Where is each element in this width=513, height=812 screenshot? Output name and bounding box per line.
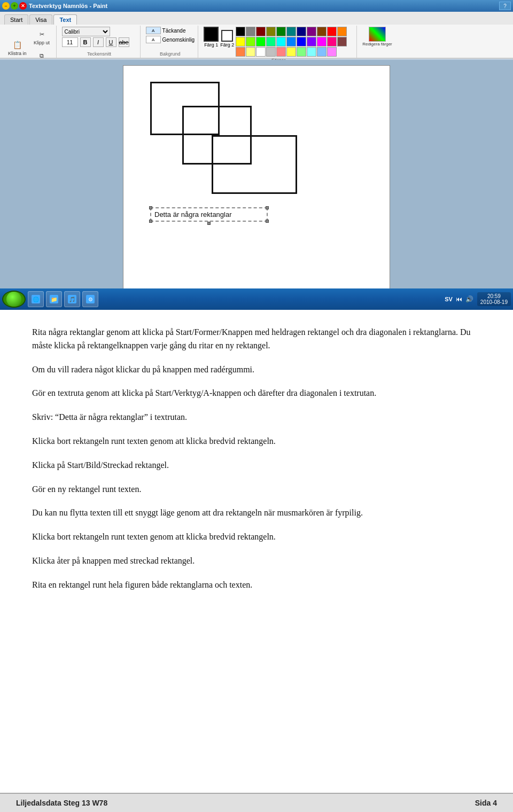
color-swatch-804000[interactable] bbox=[317, 27, 327, 36]
background-label: Bakgrund bbox=[160, 50, 181, 57]
tray-time-value: 20:59 bbox=[480, 293, 508, 299]
strikethrough-button[interactable]: abe bbox=[119, 37, 129, 47]
opaque-icon: A bbox=[146, 27, 161, 34]
title-bar: – + ✕ Textverktyg Namnlös - Paint ? bbox=[0, 0, 513, 12]
color-swatch-ff80ff[interactable] bbox=[327, 47, 337, 57]
footer-right: Sida 4 bbox=[475, 799, 497, 807]
color-swatch-ff8000[interactable] bbox=[337, 27, 347, 36]
color2-picker[interactable] bbox=[221, 30, 233, 42]
text-box-canvas[interactable]: Detta är några rektanglar bbox=[150, 207, 268, 222]
color-swatch-ff8080[interactable] bbox=[276, 47, 286, 57]
color-swatch-0000ff[interactable] bbox=[297, 37, 306, 46]
tab-start[interactable]: Start bbox=[4, 14, 28, 25]
color-swatch-8000ff[interactable] bbox=[307, 37, 316, 46]
taskbar-other-button[interactable]: ⚙ bbox=[82, 291, 98, 307]
edit-colors-button[interactable]: Redigera färger bbox=[362, 27, 392, 46]
font-row1: Calibri bbox=[62, 27, 137, 36]
font-family-select[interactable]: Calibri bbox=[62, 27, 110, 36]
content-area: Rita några rektanglar genom att klicka p… bbox=[0, 310, 513, 613]
color-swatch-ffff40[interactable] bbox=[286, 47, 296, 57]
color-swatch-0080ff[interactable] bbox=[286, 37, 296, 46]
color-swatch-808000[interactable] bbox=[266, 27, 276, 36]
paint-canvas-area[interactable]: Detta är några rektanglar bbox=[0, 60, 513, 294]
paragraph-11: Rita en rektangel runt hela figuren både… bbox=[32, 579, 481, 592]
color-swatch-ff0080[interactable] bbox=[327, 37, 337, 46]
ribbon: Start Visa Text 📋 Klistra in ✂ Klipp ut bbox=[0, 12, 513, 59]
transparent-icon: A bbox=[146, 36, 161, 43]
volume-icon[interactable]: 🔊 bbox=[465, 295, 474, 303]
taskbar-ie-button[interactable]: 🌐 bbox=[28, 291, 44, 307]
media-icon: 🎵 bbox=[68, 295, 76, 303]
title-bar-right-controls[interactable]: ? bbox=[499, 2, 511, 10]
start-button[interactable] bbox=[2, 291, 26, 308]
other-icon: ⚙ bbox=[86, 295, 95, 303]
paragraph-5: Klicka bort rektangeln runt texten genom… bbox=[32, 435, 481, 448]
color-swatch-00ffff[interactable] bbox=[276, 37, 286, 46]
color-swatch-ffff80[interactable] bbox=[246, 47, 255, 57]
color-swatch-008000[interactable] bbox=[276, 27, 286, 36]
color-swatch-ffffff[interactable] bbox=[256, 47, 266, 57]
italic-button[interactable]: I bbox=[93, 37, 104, 47]
color-swatch-000080[interactable] bbox=[297, 27, 306, 36]
paragraph-1: Rita några rektanglar genom att klicka p… bbox=[32, 326, 481, 353]
ribbon-tabs: Start Visa Text bbox=[0, 12, 513, 25]
color-swatch-804040[interactable] bbox=[337, 37, 347, 46]
color-swatch-ff8040[interactable] bbox=[236, 47, 245, 57]
close-button[interactable]: ✕ bbox=[19, 2, 27, 10]
help-icon[interactable]: ? bbox=[499, 2, 511, 10]
color-swatch-00ff80[interactable] bbox=[266, 37, 276, 46]
color-swatch-80c0ff[interactable] bbox=[317, 47, 327, 57]
color-swatch-000000[interactable] bbox=[236, 27, 245, 36]
color-swatch-008080[interactable] bbox=[286, 27, 296, 36]
taskbar-media-button[interactable]: 🎵 bbox=[64, 291, 80, 307]
color-swatch-80ff80[interactable] bbox=[297, 47, 306, 57]
opaque-option[interactable]: A Täckande bbox=[146, 27, 195, 34]
color2-swatch: Färg 2 bbox=[220, 27, 234, 57]
edit-colors-icon bbox=[369, 27, 386, 42]
clipboard-group: 📋 Klistra in ✂ Klipp ut ⧉ Kopiera bbox=[2, 26, 57, 58]
folder-icon: 📁 bbox=[50, 295, 58, 303]
color-swatch-800000[interactable] bbox=[256, 27, 266, 36]
tray-icons: SV ⏮ 🔊 bbox=[445, 295, 474, 303]
colors-group: Färg 1 Färg 2 Färger bbox=[200, 26, 357, 58]
tab-visa[interactable]: Visa bbox=[29, 14, 52, 25]
paragraph-4: Skriv: “Detta är några rektanglar” i tex… bbox=[32, 411, 481, 424]
bold-button[interactable]: B bbox=[80, 37, 91, 47]
window-title: Textverktyg Namnlös - Paint bbox=[29, 3, 107, 9]
color-swatch-808080[interactable] bbox=[246, 27, 255, 36]
font-group: Calibri B I U abe Teckensnitt bbox=[59, 26, 141, 58]
color-swatch-ff00ff[interactable] bbox=[317, 37, 327, 46]
color-swatch-800080[interactable] bbox=[307, 27, 316, 36]
ie-icon: 🌐 bbox=[32, 295, 40, 303]
tab-text[interactable]: Text bbox=[53, 14, 77, 25]
taskbar-folder-button[interactable]: 📁 bbox=[46, 291, 62, 307]
color-swatch-80ffff[interactable] bbox=[307, 47, 316, 57]
cut-button[interactable]: ✂ Klipp ut bbox=[31, 27, 53, 47]
font-size-input[interactable] bbox=[62, 37, 78, 47]
color-swatch-ff0000[interactable] bbox=[327, 27, 337, 36]
lang-indicator: SV bbox=[445, 296, 453, 302]
color1-picker[interactable] bbox=[204, 27, 219, 42]
prev-track-icon[interactable]: ⏮ bbox=[455, 295, 463, 303]
minimize-button[interactable]: – bbox=[2, 2, 10, 10]
taskbar: 🌐 📁 🎵 ⚙ SV ⏮ 🔊 20:59 2010-08-19 bbox=[0, 288, 513, 310]
color-swatch-00ff00[interactable] bbox=[256, 37, 266, 46]
maximize-button[interactable]: + bbox=[11, 2, 18, 10]
color-swatch-80ff00[interactable] bbox=[246, 37, 255, 46]
paragraph-10: Klicka åter på knappen med streckad rekt… bbox=[32, 555, 481, 568]
underline-button[interactable]: U bbox=[106, 37, 116, 47]
window-controls[interactable]: – + ✕ bbox=[2, 2, 27, 10]
font-section: Calibri B I U abe bbox=[62, 27, 137, 47]
color-swatch-ffff00[interactable] bbox=[236, 37, 245, 46]
taskbar-right: SV ⏮ 🔊 20:59 2010-08-19 bbox=[445, 292, 511, 306]
paragraph-9: Klicka bort rektangeln runt texten genom… bbox=[32, 530, 481, 544]
background-group: A Täckande A Genomskinlig Bakgrund bbox=[143, 26, 199, 58]
font-row2: B I U abe bbox=[62, 37, 137, 47]
color-swatch-c0c0c0[interactable] bbox=[266, 47, 276, 57]
footer: Liljedalsdata Steg 13 W78 Sida 4 bbox=[0, 793, 513, 812]
footer-left: Liljedalsdata Steg 13 W78 bbox=[16, 799, 107, 807]
bg-section: A Täckande A Genomskinlig bbox=[146, 27, 195, 43]
paste-button[interactable]: 📋 Klistra in bbox=[5, 37, 29, 58]
paint-canvas[interactable]: Detta är några rektanglar bbox=[123, 65, 390, 290]
transparent-option[interactable]: A Genomskinlig bbox=[146, 36, 195, 43]
